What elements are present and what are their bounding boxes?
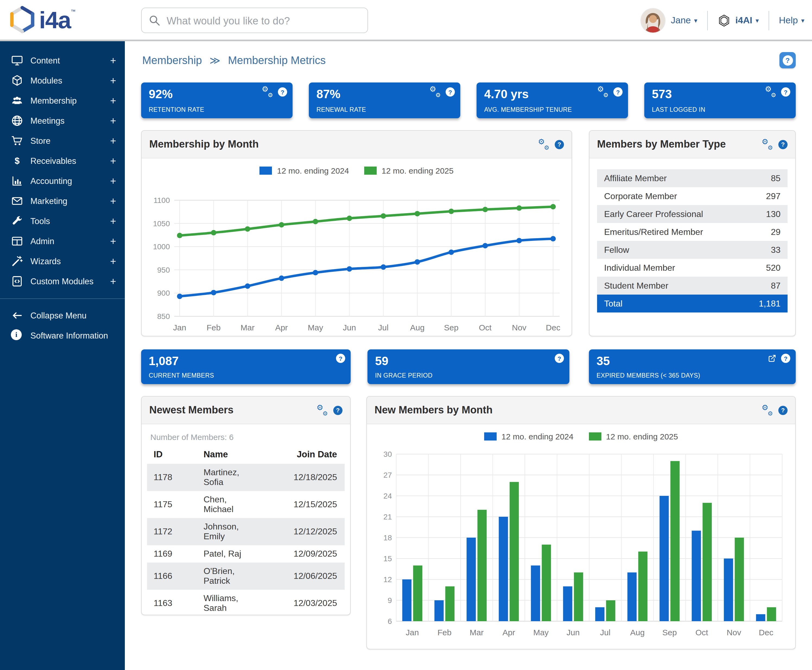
question-icon[interactable]: ? — [778, 140, 788, 149]
i4ai-hexagon-icon — [717, 14, 731, 27]
member-type-total-row: Total1,181 — [597, 294, 788, 313]
sidebar-item-accounting[interactable]: Accounting+ — [0, 171, 125, 191]
external-link-icon[interactable] — [768, 354, 776, 362]
expand-plus-icon[interactable]: + — [110, 235, 116, 247]
legend-item: 12 mo. ending 2024 — [260, 166, 349, 175]
member-type-row: Fellow33 — [597, 241, 788, 259]
expand-plus-icon[interactable]: + — [110, 275, 116, 287]
table-row: 1175Chen, Michael12/15/2025 — [147, 491, 345, 518]
arrow-left-icon — [11, 309, 23, 322]
settings-gears-icon[interactable]: ⚙⚙ — [317, 405, 328, 415]
search-input[interactable] — [166, 8, 363, 33]
sidebar-item-wizards[interactable]: Wizards+ — [0, 251, 125, 271]
breadcrumb-parent[interactable]: Membership — [142, 54, 202, 67]
i4ai-menu[interactable]: i4AI — [736, 15, 752, 26]
expand-plus-icon[interactable]: + — [110, 135, 116, 147]
kpi-value: 92% — [149, 87, 173, 102]
sidebar-item-membership[interactable]: Membership+ — [0, 91, 125, 111]
kpi-value: 573 — [652, 87, 672, 102]
expand-plus-icon[interactable]: + — [110, 175, 116, 187]
settings-gears-icon[interactable]: ⚙⚙ — [429, 87, 441, 97]
question-icon[interactable]: ? — [613, 87, 622, 96]
question-icon[interactable]: ? — [333, 406, 342, 415]
question-icon[interactable]: ? — [781, 87, 790, 96]
help-menu[interactable]: Help — [779, 15, 798, 26]
table-icon — [11, 235, 23, 247]
dollar-icon: $ — [11, 155, 23, 167]
sidebar-item-modules[interactable]: Modules+ — [0, 71, 125, 91]
question-icon[interactable]: ? — [278, 87, 287, 96]
expand-plus-icon[interactable]: + — [110, 215, 116, 227]
line-chart-legend: 12 mo. ending 202412 mo. ending 2025 — [142, 158, 571, 175]
svg-text:Oct: Oct — [479, 323, 492, 332]
sidebar-item-store[interactable]: Store+ — [0, 131, 125, 151]
stat-value: 35 — [597, 354, 610, 368]
code-icon — [11, 275, 23, 288]
question-icon[interactable]: ? — [555, 140, 564, 149]
svg-text:Apr: Apr — [502, 628, 515, 637]
sidebar-item-tools[interactable]: Tools+ — [0, 211, 125, 231]
user-menu[interactable]: Jane — [671, 15, 691, 26]
sidebar-item-admin[interactable]: Admin+ — [0, 231, 125, 251]
svg-text:Feb: Feb — [207, 323, 220, 332]
question-icon[interactable]: ? — [781, 354, 790, 363]
kpi-label: LAST LOGGED IN — [652, 107, 705, 113]
svg-text:Dec: Dec — [546, 323, 560, 332]
svg-text:Jul: Jul — [378, 323, 388, 332]
bar-chart-legend: 12 mo. ending 202412 mo. ending 2025 — [367, 424, 795, 441]
column-header-id: ID — [147, 446, 197, 464]
user-avatar[interactable] — [641, 8, 665, 33]
sidebar-item-meetings[interactable]: Meetings+ — [0, 111, 125, 131]
svg-text:Jun: Jun — [343, 323, 356, 332]
chevron-down-icon[interactable]: ▾ — [756, 17, 759, 24]
member-type-table: Affiliate Member85Corporate Member297Ear… — [590, 158, 795, 313]
question-icon[interactable]: ? — [555, 354, 564, 363]
expand-plus-icon[interactable]: + — [110, 54, 116, 66]
page-help-button[interactable]: ? — [780, 52, 796, 68]
question-icon[interactable]: ? — [778, 406, 788, 415]
expand-plus-icon[interactable]: + — [110, 255, 116, 267]
expand-plus-icon[interactable]: + — [110, 155, 116, 167]
kpi-label: RETENTION RATE — [149, 107, 204, 113]
legend-item: 12 mo. ending 2025 — [589, 432, 678, 441]
svg-text:May: May — [308, 323, 323, 332]
sidebar-item-receivables[interactable]: $Receivables+ — [0, 151, 125, 171]
settings-gears-icon[interactable]: ⚙⚙ — [765, 87, 776, 97]
svg-text:Aug: Aug — [630, 628, 644, 637]
software-information-button[interactable]: i Software Information — [0, 325, 125, 345]
table-row: 1172Johnson, Emily12/12/2025 — [147, 518, 345, 545]
sidebar-item-custom-modules[interactable]: Custom Modules+ — [0, 271, 125, 291]
sidebar-divider — [0, 298, 125, 299]
members-by-member-type-card: Members by Member Type ⚙⚙ ? Affiliate Me… — [589, 130, 796, 337]
stat-value: 1,087 — [149, 354, 178, 368]
expand-plus-icon[interactable]: + — [110, 115, 116, 127]
expand-plus-icon[interactable]: + — [110, 195, 116, 207]
sidebar-item-marketing[interactable]: Marketing+ — [0, 191, 125, 211]
expand-plus-icon[interactable]: + — [110, 95, 116, 107]
settings-gears-icon[interactable]: ⚙⚙ — [761, 405, 773, 415]
expand-plus-icon[interactable]: + — [110, 74, 116, 86]
collapse-menu-button[interactable]: Collapse Menu — [0, 305, 125, 325]
card-header: Membership by Month ⚙⚙ ? — [142, 131, 571, 158]
svg-text:May: May — [533, 628, 549, 637]
chevron-down-icon[interactable]: ▾ — [694, 17, 697, 24]
question-icon[interactable]: ? — [336, 354, 345, 363]
question-icon[interactable]: ? — [446, 87, 455, 96]
table-row: 1178Martinez, Sofia12/18/2025 — [147, 464, 345, 491]
question-icon: ? — [782, 55, 793, 65]
globe-icon — [11, 115, 23, 127]
sidebar-item-content[interactable]: Content+ — [0, 51, 125, 71]
i4a-logo[interactable]: i4a ™ — [10, 6, 75, 34]
svg-text:18: 18 — [383, 533, 392, 542]
settings-gears-icon[interactable]: ⚙⚙ — [761, 139, 773, 149]
settings-gears-icon[interactable]: ⚙⚙ — [262, 87, 273, 97]
chevron-down-icon[interactable]: ▾ — [801, 17, 804, 24]
settings-gears-icon[interactable]: ⚙⚙ — [538, 139, 549, 149]
svg-text:Jun: Jun — [567, 628, 580, 637]
kpi-card-retention-rate: 92%RETENTION RATE⚙⚙? — [141, 83, 293, 118]
sidebar: Content+Modules+Membership+Meetings+Stor… — [0, 41, 125, 670]
settings-gears-icon[interactable]: ⚙⚙ — [597, 87, 609, 97]
main-content: Membership ≫ Membership Metrics ? 92%RET… — [125, 41, 812, 670]
svg-text:24: 24 — [383, 492, 392, 500]
newest-members-card: Newest Members ⚙⚙ ? Number of Members: 6… — [141, 396, 351, 615]
